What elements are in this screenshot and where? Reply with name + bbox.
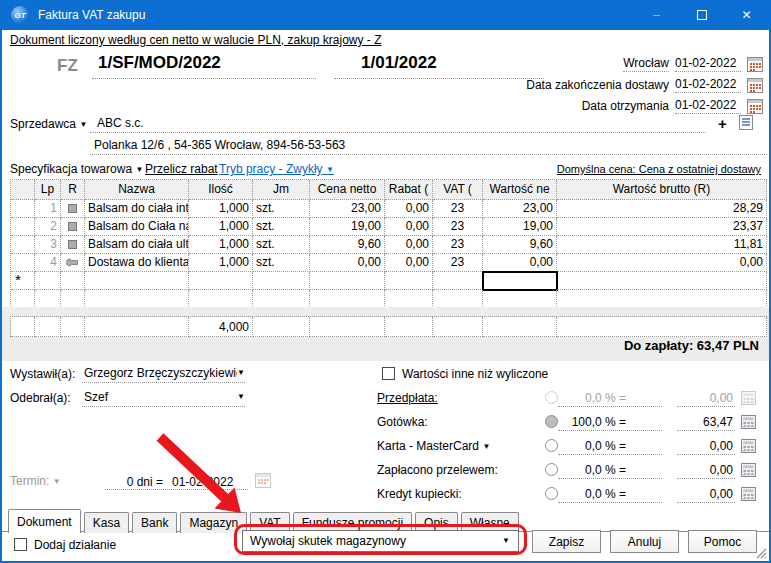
cell-name[interactable]: Balsam do ciała inte <box>85 200 189 218</box>
term-field[interactable]: 0 dni = 01-02-2022 <box>105 471 248 490</box>
specification-dropdown[interactable]: Specyfikacja towarowa ▼ <box>10 162 143 176</box>
delivery-end-date-field[interactable]: 01-02-2022 <box>675 77 741 93</box>
received-by-dropdown[interactable]: Szef ▼ <box>82 388 245 407</box>
empty-cell[interactable] <box>483 290 557 308</box>
cell-price-net[interactable]: 19,00 <box>310 218 385 236</box>
cell-unit[interactable]: szt. <box>253 236 310 254</box>
cell-price-net[interactable]: 0,00 <box>310 254 385 272</box>
save-button[interactable]: Zapisz <box>532 530 601 553</box>
cell-value-gross[interactable]: 0,00 <box>557 254 767 272</box>
empty-cell[interactable] <box>310 290 385 308</box>
calculator-icon[interactable] <box>741 487 756 501</box>
col-header[interactable] <box>11 180 35 200</box>
cell-value-net[interactable]: 23,00 <box>483 200 557 218</box>
minimize-button[interactable]: – <box>634 0 679 30</box>
cell-discount[interactable]: 0,00 <box>385 200 433 218</box>
empty-cell[interactable] <box>189 290 253 308</box>
cell-discount[interactable]: 0,00 <box>385 236 433 254</box>
tab-kasa[interactable]: Kasa <box>84 512 129 533</box>
calendar-icon[interactable] <box>255 473 271 488</box>
issued-by-dropdown[interactable]: Grzegorz Brzęczyszczykiewicz ▼ <box>82 364 245 383</box>
maximize-button[interactable] <box>679 0 724 30</box>
default-price-link[interactable]: Domyślna cena: Cena z ostatniej dostawy <box>557 163 761 175</box>
empty-cell[interactable] <box>385 272 433 290</box>
empty-cell[interactable] <box>85 290 189 308</box>
other-values-checkbox[interactable] <box>382 367 395 380</box>
seller-label[interactable]: Sprzedawca ▼ <box>10 117 87 131</box>
col-header-lp[interactable]: Lp <box>35 180 61 200</box>
row-selector[interactable] <box>11 218 35 236</box>
prepayment-pct-field[interactable]: 0,0 % = <box>558 391 662 407</box>
doc-secondary-number-field[interactable]: 1/01/2022 <box>334 53 544 79</box>
tab-dokument[interactable]: Dokument <box>8 509 81 533</box>
cell-value-gross[interactable]: 11,81 <box>557 236 767 254</box>
cell-unit[interactable]: szt. <box>253 218 310 236</box>
col-header-rabat[interactable]: Rabat ( <box>385 180 433 200</box>
row-selector[interactable] <box>11 236 35 254</box>
cash-radio[interactable] <box>545 415 558 428</box>
cell-qty[interactable]: 1,000 <box>189 200 253 218</box>
doc-number-field[interactable]: 1/SF/MOD/2022 <box>92 53 316 79</box>
col-header-nazwa[interactable]: Nazwa <box>85 180 189 200</box>
col-header-r[interactable]: R <box>61 180 85 200</box>
empty-cell[interactable] <box>433 272 483 290</box>
cell-vat[interactable]: 23 <box>433 254 483 272</box>
empty-cell[interactable] <box>557 272 767 290</box>
row-selector[interactable] <box>11 254 35 272</box>
selected-cell[interactable] <box>483 272 557 290</box>
col-header-ilosc[interactable]: Ilość <box>189 180 253 200</box>
resize-grip[interactable] <box>755 547 767 559</box>
cell-discount[interactable]: 0,00 <box>385 218 433 236</box>
empty-cell[interactable] <box>11 290 35 308</box>
empty-cell[interactable] <box>385 290 433 308</box>
calculator-icon[interactable] <box>741 415 756 429</box>
empty-cell[interactable] <box>189 272 253 290</box>
add-contractor-button[interactable]: + <box>718 115 727 132</box>
cell-qty[interactable]: 1,000 <box>189 236 253 254</box>
calendar-icon[interactable] <box>747 78 763 93</box>
add-action-checkbox[interactable] <box>14 538 27 551</box>
empty-cell[interactable] <box>35 272 61 290</box>
work-mode-link[interactable]: Tryb pracy - Zwykły ▼ <box>219 162 334 176</box>
empty-cell[interactable] <box>85 272 189 290</box>
cell-qty[interactable]: 1,000 <box>189 218 253 236</box>
card-pct-field[interactable]: 0,0 % = <box>558 439 662 455</box>
issue-date-field[interactable]: 01-02-2022 <box>675 56 741 72</box>
col-header-jm[interactable]: Jm <box>253 180 310 200</box>
document-type-link[interactable]: Dokument liczony według cen netto w walu… <box>10 33 382 47</box>
help-button[interactable]: Pomoc <box>688 530 757 553</box>
empty-cell[interactable] <box>253 272 310 290</box>
empty-cell[interactable] <box>253 290 310 308</box>
empty-cell[interactable] <box>61 272 85 290</box>
cell-value-gross[interactable]: 28,29 <box>557 200 767 218</box>
col-header-wartosc-netto[interactable]: Wartość ne <box>483 180 557 200</box>
prepayment-amount-field[interactable]: 0,00 <box>677 391 735 407</box>
col-header-cena-netto[interactable]: Cena netto <box>310 180 385 200</box>
cell-unit[interactable]: szt. <box>253 254 310 272</box>
term-label[interactable]: Termin: ▼ <box>10 474 61 488</box>
cell-discount[interactable]: 0,00 <box>385 254 433 272</box>
cancel-button[interactable]: Anuluj <box>610 530 679 553</box>
seller-address-field[interactable]: Polanka 12/6 , 54-365 Wrocław, 894-56-53… <box>90 136 767 155</box>
cell-value-gross[interactable]: 23,37 <box>557 218 767 236</box>
received-date-field[interactable]: 01-02-2022 <box>675 98 741 114</box>
cell-vat[interactable]: 23 <box>433 218 483 236</box>
close-button[interactable]: ✕ <box>724 0 769 30</box>
recalc-discount-link[interactable]: Przelicz rabat <box>145 162 218 176</box>
calculator-icon[interactable] <box>741 463 756 477</box>
calculator-icon[interactable] <box>741 391 756 405</box>
empty-cell[interactable] <box>61 290 85 308</box>
transfer-amount-field[interactable]: 0,00 <box>677 463 735 479</box>
prepayment-link[interactable]: Przedpłata: <box>377 391 438 405</box>
empty-cell[interactable] <box>433 290 483 308</box>
cell-name[interactable]: Dostawa do klienta <box>85 254 189 272</box>
card-dropdown[interactable]: Karta - MasterCard ▼ <box>377 439 490 453</box>
cell-value-net[interactable]: 9,60 <box>483 236 557 254</box>
cell-vat[interactable]: 23 <box>433 236 483 254</box>
tab-magazyn[interactable]: Magazyn <box>180 512 247 533</box>
cell-price-net[interactable]: 23,00 <box>310 200 385 218</box>
cell-value-net[interactable]: 0,00 <box>483 254 557 272</box>
cell-vat[interactable]: 23 <box>433 200 483 218</box>
cell-value-net[interactable]: 19,00 <box>483 218 557 236</box>
cell-unit[interactable]: szt. <box>253 200 310 218</box>
